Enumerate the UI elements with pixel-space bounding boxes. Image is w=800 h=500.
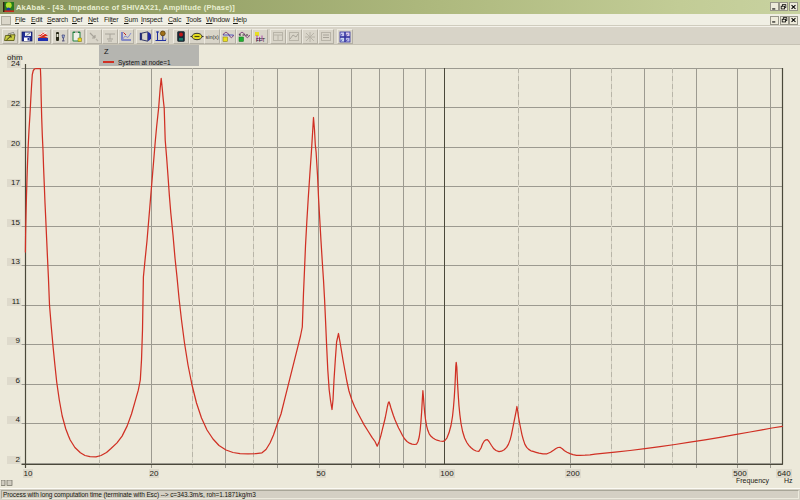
svg-text:sin(x): sin(x): [206, 34, 220, 40]
svg-text:FFT: FFT: [256, 37, 265, 43]
